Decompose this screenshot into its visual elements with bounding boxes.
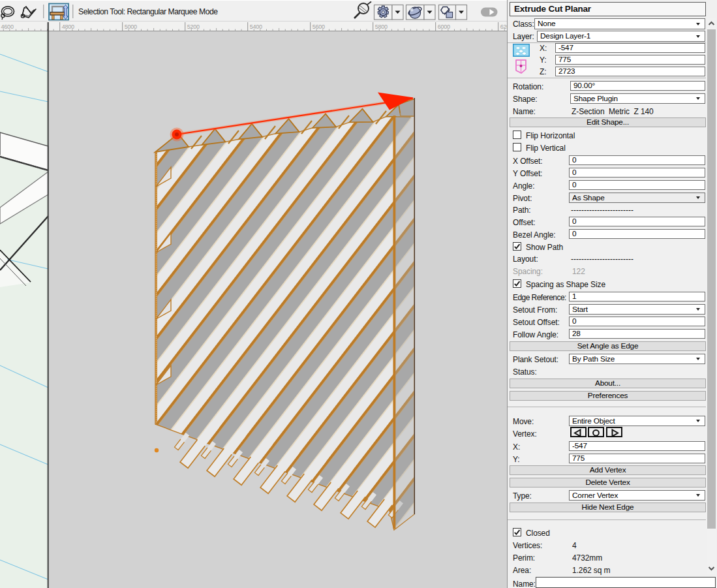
svg-text:4600: 4600 (1, 23, 14, 30)
svg-text:6200: 6200 (500, 23, 507, 30)
